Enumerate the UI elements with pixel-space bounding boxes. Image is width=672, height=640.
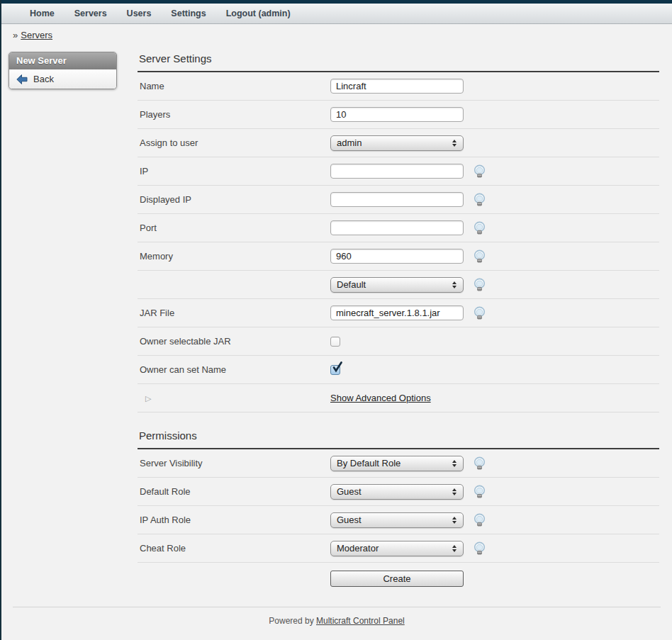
back-arrow-icon: [16, 74, 28, 84]
default-role-hint-lightbulb-icon[interactable]: [474, 485, 486, 499]
cheat-role-select[interactable]: Moderator: [330, 541, 464, 556]
breadcrumb-marker: »: [13, 30, 18, 40]
row-jar-file: JAR File: [138, 299, 659, 327]
assign-to-user-label: Assign to user: [138, 137, 330, 148]
select-stepper-icon: [452, 460, 457, 467]
jar-file-label: JAR File: [138, 308, 330, 318]
nav-settings[interactable]: Settings: [161, 9, 215, 18]
cheat-role-hint-lightbulb-icon[interactable]: [474, 541, 486, 556]
memory-preset-select[interactable]: Default: [330, 277, 464, 293]
server-visibility-value: By Default Role: [337, 458, 401, 468]
powered-by-text: Powered by: [269, 616, 313, 626]
server-visibility-select[interactable]: By Default Role: [330, 456, 464, 471]
back-label: Back: [33, 74, 54, 84]
ip-auth-role-hint-lightbulb-icon[interactable]: [474, 513, 486, 527]
row-default-role: Default Role Guest: [138, 478, 659, 506]
section-title-server-settings: Server Settings: [138, 45, 659, 72]
ip-hint-lightbulb-icon[interactable]: [474, 164, 486, 179]
ip-auth-role-label: IP Auth Role: [138, 515, 330, 525]
server-visibility-label: Server Visibility: [138, 458, 330, 468]
row-ip: IP: [138, 157, 659, 186]
assign-to-user-select[interactable]: admin: [330, 135, 464, 151]
cheat-role-value: Moderator: [337, 543, 379, 554]
row-cheat-role: Cheat Role Moderator: [138, 534, 659, 563]
displayed-ip-label: Displayed IP: [138, 194, 330, 205]
jar-file-hint-lightbulb-icon[interactable]: [474, 306, 486, 320]
nav-home[interactable]: Home: [20, 9, 65, 18]
section-title-permissions: Permissions: [138, 412, 659, 449]
players-label: Players: [138, 109, 330, 120]
jar-file-input[interactable]: [330, 305, 464, 320]
memory-label: Memory: [138, 251, 330, 262]
cheat-role-label: Cheat Role: [138, 543, 330, 554]
select-stepper-icon: [452, 140, 457, 147]
memory-preset-hint-lightbulb-icon[interactable]: [474, 278, 486, 292]
nav-servers[interactable]: Servers: [65, 9, 117, 18]
port-label: Port: [138, 223, 330, 233]
ip-auth-role-value: Guest: [337, 515, 362, 525]
multicraft-link[interactable]: Multicraft Control Panel: [316, 616, 405, 626]
displayed-ip-input[interactable]: [330, 192, 464, 207]
nav-users[interactable]: Users: [117, 9, 162, 18]
row-memory-preset: Default: [138, 271, 659, 299]
port-input[interactable]: [330, 220, 464, 235]
row-assign-to-user: Assign to user admin: [138, 129, 659, 157]
default-role-label: Default Role: [138, 486, 330, 497]
default-role-select[interactable]: Guest: [330, 484, 464, 500]
default-role-value: Guest: [337, 486, 362, 497]
server-visibility-hint-lightbulb-icon[interactable]: [474, 456, 486, 471]
owner-can-set-name-label: Owner can set Name: [138, 364, 330, 375]
breadcrumb-servers-link[interactable]: Servers: [21, 30, 52, 40]
name-input[interactable]: [330, 79, 464, 94]
row-create: Create: [138, 563, 659, 594]
owner-selectable-jar-checkbox[interactable]: [330, 337, 340, 347]
assign-to-user-value: admin: [337, 137, 362, 148]
select-stepper-icon: [452, 281, 457, 288]
owner-can-set-name-checkbox[interactable]: [330, 365, 340, 375]
owner-selectable-jar-label: Owner selectable JAR: [138, 336, 330, 347]
main-navbar: Home Servers Users Settings Logout (admi…: [1, 4, 672, 24]
row-ip-auth-role: IP Auth Role Guest: [138, 506, 659, 534]
row-port: Port: [138, 214, 659, 242]
row-owner-can-set-name: Owner can set Name: [138, 356, 659, 384]
select-stepper-icon: [452, 488, 457, 495]
memory-input[interactable]: [330, 249, 464, 264]
name-label: Name: [138, 81, 330, 91]
disclosure-triangle-icon[interactable]: ▷: [140, 394, 151, 403]
create-button[interactable]: Create: [330, 571, 464, 587]
displayed-ip-hint-lightbulb-icon[interactable]: [474, 193, 486, 207]
row-advanced-options: ▷ Show Advanced Options: [138, 384, 659, 412]
players-input[interactable]: [330, 107, 464, 122]
ip-auth-role-select[interactable]: Guest: [330, 512, 464, 528]
back-button[interactable]: Back: [9, 69, 116, 89]
row-players: Players: [138, 101, 659, 129]
show-advanced-options-link[interactable]: Show Advanced Options: [330, 393, 431, 403]
select-stepper-icon: [452, 545, 457, 552]
sidebar-title: New Server: [9, 52, 116, 69]
ip-label: IP: [138, 166, 330, 176]
ip-input[interactable]: [330, 164, 464, 179]
breadcrumb: »Servers: [1, 24, 672, 45]
row-name: Name: [138, 72, 659, 101]
sidebar-panel: New Server Back: [9, 52, 117, 89]
row-memory: Memory: [138, 242, 659, 271]
memory-hint-lightbulb-icon[interactable]: [474, 249, 486, 264]
port-hint-lightbulb-icon[interactable]: [474, 221, 486, 235]
row-displayed-ip: Displayed IP: [138, 186, 659, 214]
row-owner-selectable-jar: Owner selectable JAR: [138, 327, 659, 356]
row-server-visibility: Server Visibility By Default Role: [138, 449, 659, 478]
footer: Powered by Multicraft Control Panel: [13, 607, 661, 637]
select-stepper-icon: [452, 517, 457, 524]
nav-logout[interactable]: Logout (admin): [216, 9, 301, 18]
memory-preset-value: Default: [337, 279, 366, 290]
